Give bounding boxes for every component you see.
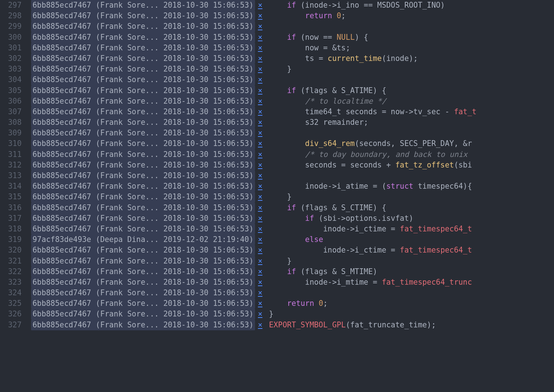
code-line[interactable]: 3226bb885ecd7467 (Frank Sore... 2018-10-… — [0, 266, 554, 277]
code-line[interactable]: 3266bb885ecd7467 (Frank Sore... 2018-10-… — [0, 309, 554, 319]
close-icon[interactable]: × — [258, 43, 262, 53]
blame-text: 6bb885ecd7467 (Frank Sore... 2018-10-30 … — [31, 170, 255, 181]
code-content: if (now == NULL) { — [269, 32, 368, 43]
code-line[interactable]: 3216bb885ecd7467 (Frank Sore... 2018-10-… — [0, 256, 554, 266]
close-icon[interactable]: × — [258, 21, 262, 32]
code-line[interactable]: 2976bb885ecd7467 (Frank Sore... 2018-10-… — [0, 0, 554, 11]
token-default: inode->i_mtime = — [305, 278, 382, 287]
close-icon[interactable]: × — [258, 234, 262, 245]
close-icon[interactable]: × — [258, 74, 262, 85]
blame-text: 6bb885ecd7467 (Frank Sore... 2018-10-30 … — [31, 298, 255, 309]
code-line[interactable]: 3066bb885ecd7467 (Frank Sore... 2018-10-… — [0, 96, 554, 107]
close-icon[interactable]: × — [258, 181, 262, 192]
blame-annotation: 6bb885ecd7467 (Frank Sore... 2018-10-30 … — [31, 21, 269, 32]
token-call: fat_tz_offset — [395, 161, 454, 169]
blame-annotation: 6bb885ecd7467 (Frank Sore... 2018-10-30 … — [31, 245, 269, 255]
code-line[interactable]: 3276bb885ecd7467 (Frank Sore... 2018-10-… — [0, 320, 554, 330]
close-icon[interactable]: × — [258, 256, 262, 266]
code-line[interactable]: 3176bb885ecd7467 (Frank Sore... 2018-10-… — [0, 213, 554, 224]
code-line[interactable]: 31997acf83de493e (Deepa Dina... 2019-12-… — [0, 234, 554, 245]
close-icon[interactable]: × — [258, 288, 262, 298]
blame-text: 6bb885ecd7467 (Frank Sore... 2018-10-30 … — [31, 107, 255, 117]
line-number: 314 — [0, 181, 31, 192]
line-number: 306 — [0, 96, 31, 107]
code-line[interactable]: 3156bb885ecd7467 (Frank Sore... 2018-10-… — [0, 192, 554, 202]
blame-text: 6bb885ecd7467 (Frank Sore... 2018-10-30 … — [31, 85, 255, 96]
close-icon[interactable]: × — [258, 160, 262, 170]
close-icon[interactable]: × — [258, 53, 262, 64]
close-icon[interactable]: × — [258, 298, 262, 309]
code-line[interactable]: 3186bb885ecd7467 (Frank Sore... 2018-10-… — [0, 224, 554, 234]
code-line[interactable]: 3106bb885ecd7467 (Frank Sore... 2018-10-… — [0, 138, 554, 149]
code-editor[interactable]: 2976bb885ecd7467 (Frank Sore... 2018-10-… — [0, 0, 554, 330]
token-default — [314, 299, 319, 308]
code-line[interactable]: 3026bb885ecd7467 (Frank Sore... 2018-10-… — [0, 53, 554, 64]
code-line[interactable]: 3036bb885ecd7467 (Frank Sore... 2018-10-… — [0, 64, 554, 74]
line-number: 311 — [0, 149, 31, 160]
code-line[interactable]: 3246bb885ecd7467 (Frank Sore... 2018-10-… — [0, 288, 554, 298]
close-icon[interactable]: × — [258, 213, 262, 224]
line-number: 301 — [0, 43, 31, 53]
code-line[interactable]: 3256bb885ecd7467 (Frank Sore... 2018-10-… — [0, 298, 554, 309]
code-line[interactable]: 3136bb885ecd7467 (Frank Sore... 2018-10-… — [0, 170, 554, 181]
token-default: now = &ts; — [305, 43, 350, 52]
blame-text: 6bb885ecd7467 (Frank Sore... 2018-10-30 … — [31, 43, 255, 53]
close-icon[interactable]: × — [258, 96, 262, 107]
close-icon[interactable]: × — [258, 277, 262, 288]
close-icon[interactable]: × — [258, 32, 262, 43]
token-default: (sbi->options.isvfat) — [314, 214, 414, 223]
code-line[interactable]: 3046bb885ecd7467 (Frank Sore... 2018-10-… — [0, 74, 554, 85]
code-line[interactable]: 3146bb885ecd7467 (Frank Sore... 2018-10-… — [0, 181, 554, 192]
close-icon[interactable]: × — [258, 309, 262, 319]
blame-annotation: 6bb885ecd7467 (Frank Sore... 2018-10-30 … — [31, 170, 269, 181]
close-icon[interactable]: × — [258, 85, 262, 96]
code-line[interactable]: 3006bb885ecd7467 (Frank Sore... 2018-10-… — [0, 32, 554, 43]
blame-text: 6bb885ecd7467 (Frank Sore... 2018-10-30 … — [31, 181, 255, 192]
token-default: time64_t seconds = now->tv_sec - — [305, 107, 454, 116]
blame-text: 6bb885ecd7467 (Frank Sore... 2018-10-30 … — [31, 11, 255, 21]
code-line[interactable]: 3236bb885ecd7467 (Frank Sore... 2018-10-… — [0, 277, 554, 288]
close-icon[interactable]: × — [258, 138, 262, 149]
close-icon[interactable]: × — [258, 245, 262, 255]
token-default: seconds = seconds + — [305, 161, 395, 169]
code-line[interactable]: 3016bb885ecd7467 (Frank Sore... 2018-10-… — [0, 43, 554, 53]
close-icon[interactable]: × — [258, 107, 262, 117]
close-icon[interactable]: × — [258, 128, 262, 138]
code-content: return 0; — [269, 11, 346, 21]
close-icon[interactable]: × — [258, 0, 262, 11]
code-line[interactable]: 3096bb885ecd7467 (Frank Sore... 2018-10-… — [0, 128, 554, 138]
code-line[interactable]: 3116bb885ecd7467 (Frank Sore... 2018-10-… — [0, 149, 554, 160]
token-default: (sbi — [454, 161, 472, 169]
close-icon[interactable]: × — [258, 11, 262, 21]
blame-text: 6bb885ecd7467 (Frank Sore... 2018-10-30 … — [31, 96, 255, 107]
line-number: 304 — [0, 74, 31, 85]
close-icon[interactable]: × — [258, 149, 262, 160]
close-icon[interactable]: × — [258, 266, 262, 277]
code-line[interactable]: 3076bb885ecd7467 (Frank Sore... 2018-10-… — [0, 107, 554, 117]
blame-annotation: 6bb885ecd7467 (Frank Sore... 2018-10-30 … — [31, 288, 269, 298]
line-number: 327 — [0, 320, 31, 330]
blame-annotation: 6bb885ecd7467 (Frank Sore... 2018-10-30 … — [31, 149, 269, 160]
code-line[interactable]: 3206bb885ecd7467 (Frank Sore... 2018-10-… — [0, 245, 554, 255]
close-icon[interactable]: × — [258, 224, 262, 234]
close-icon[interactable]: × — [258, 203, 262, 213]
code-line[interactable]: 3126bb885ecd7467 (Frank Sore... 2018-10-… — [0, 160, 554, 170]
code-line[interactable]: 2996bb885ecd7467 (Frank Sore... 2018-10-… — [0, 21, 554, 32]
token-default: inode->i_ctime = — [323, 246, 400, 254]
code-line[interactable]: 3086bb885ecd7467 (Frank Sore... 2018-10-… — [0, 117, 554, 128]
close-icon[interactable]: × — [258, 192, 262, 202]
line-number: 310 — [0, 138, 31, 149]
blame-annotation: 97acf83de493e (Deepa Dina... 2019-12-02 … — [31, 234, 269, 245]
close-icon[interactable]: × — [258, 117, 262, 128]
code-line[interactable]: 3166bb885ecd7467 (Frank Sore... 2018-10-… — [0, 203, 554, 213]
code-line[interactable]: 3056bb885ecd7467 (Frank Sore... 2018-10-… — [0, 85, 554, 96]
close-icon[interactable]: × — [258, 320, 262, 330]
token-default: (flags & S_CTIME) { — [296, 203, 386, 212]
close-icon[interactable]: × — [258, 64, 262, 74]
code-content: div_s64_rem(seconds, SECS_PER_DAY, &r — [269, 138, 472, 149]
close-icon[interactable]: × — [258, 170, 262, 181]
code-content: seconds = seconds + fat_tz_offset(sbi — [269, 160, 472, 170]
code-line[interactable]: 2986bb885ecd7467 (Frank Sore... 2018-10-… — [0, 11, 554, 21]
token-default: ts = — [305, 54, 328, 63]
line-number: 322 — [0, 266, 31, 277]
